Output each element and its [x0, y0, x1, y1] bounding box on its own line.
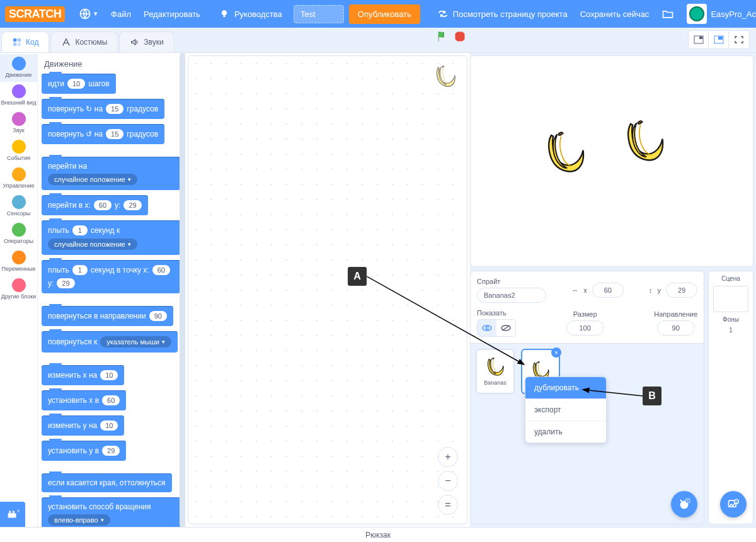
stop-button[interactable] — [454, 30, 466, 43]
category-sound[interactable]: Звук — [0, 110, 38, 137]
user-menu[interactable]: EasyPro_Academy ▼ — [680, 4, 756, 24]
globe-icon — [79, 8, 91, 20]
backpack-header[interactable]: Рюкзак — [0, 527, 756, 542]
mystuff-button[interactable] — [655, 0, 680, 28]
block-set-y[interactable]: установить y в29 — [42, 441, 126, 461]
fullscreen-button[interactable] — [729, 31, 749, 48]
block-glide-xy[interactable]: плыть1секунд в точку x:60y:29 — [42, 260, 180, 293]
show-button[interactable] — [478, 320, 496, 336]
add-backdrop-button[interactable]: + — [720, 491, 747, 517]
svg-text:+: + — [735, 500, 738, 504]
block-point-towards[interactable]: повернуться куказатель мыши — [42, 331, 178, 353]
category-operators[interactable]: Операторы — [0, 220, 38, 248]
context-export[interactable]: экспорт — [525, 399, 606, 421]
block-turn-cw[interactable]: повернуть ↻ на15градусов — [42, 99, 164, 119]
extension-icon: + — [6, 507, 20, 521]
annotation-a: A — [348, 267, 367, 286]
language-menu[interactable]: ▼ — [72, 0, 105, 28]
palette-header: Движение — [44, 59, 181, 69]
large-stage-button[interactable] — [709, 31, 729, 48]
visibility-toggle — [477, 319, 516, 337]
svg-rect-22 — [8, 513, 16, 517]
backdrops-label: Фоны — [723, 316, 739, 323]
tabs-row: Код Костюмы Звуки — [0, 28, 756, 53]
stage-sprite-bananas2[interactable] — [621, 119, 668, 167]
stage-selector-panel: Сцена Фоны 1 + — [708, 271, 753, 524]
category-myblocks[interactable]: Другие блоки — [0, 276, 38, 303]
tutorials-button[interactable]: Руководства — [212, 0, 289, 28]
workspace-sprite-thumb — [433, 65, 458, 90]
sprite-direction-input[interactable] — [657, 320, 695, 336]
context-delete[interactable]: удалить — [525, 421, 606, 443]
sprite-y-input[interactable] — [666, 283, 697, 298]
tab-costumes[interactable]: Костюмы — [50, 31, 118, 52]
delete-sprite-button[interactable]: × — [551, 347, 561, 358]
zoom-out-button[interactable]: − — [438, 471, 458, 491]
sprite-tile-bananas[interactable]: Bananas — [476, 349, 515, 394]
tab-sounds[interactable]: Звуки — [119, 31, 174, 52]
project-name-input[interactable] — [294, 5, 344, 23]
block-goto[interactable]: перейти наслучайное положение — [42, 157, 180, 190]
svg-point-1 — [222, 10, 227, 15]
add-sprite-button[interactable]: + — [671, 491, 697, 517]
svg-rect-5 — [13, 43, 16, 46]
category-events[interactable]: События — [0, 137, 38, 165]
publish-button[interactable]: Опубликовать — [349, 4, 420, 24]
block-bounce[interactable]: если касается края, оттолкнуться — [42, 473, 172, 492]
block-change-x[interactable]: изменить x на10 — [42, 365, 124, 385]
add-extension-button[interactable]: + — [0, 502, 25, 527]
arrows-icon — [437, 8, 449, 20]
svg-text:+: + — [16, 508, 20, 514]
sprite-name-input[interactable] — [477, 288, 546, 303]
code-icon — [12, 37, 22, 47]
sprite-label: Спрайт — [477, 278, 500, 285]
svg-text:+: + — [687, 499, 689, 503]
scratch-logo[interactable]: SCRATCH — [5, 5, 65, 23]
save-now-button[interactable]: Сохранить сейчас — [574, 0, 656, 28]
menubar: SCRATCH ▼ Файл Редактировать Руководства… — [0, 0, 756, 28]
stage-size-toggle — [688, 30, 750, 49]
green-flag-button[interactable] — [436, 30, 449, 43]
block-turn-ccw[interactable]: повернуть ↺ на15градусов — [42, 124, 164, 144]
zoom-reset-button[interactable]: = — [438, 495, 458, 515]
block-goto-xy[interactable]: перейти в x:60y:29 — [42, 195, 148, 215]
zoom-in-button[interactable]: + — [438, 447, 458, 467]
block-change-y[interactable]: изменить y на10 — [42, 415, 124, 436]
svg-rect-3 — [13, 38, 16, 42]
stage-sprite-bananas[interactable] — [541, 130, 589, 178]
svg-marker-7 — [455, 32, 465, 42]
category-motion[interactable]: Движение — [0, 54, 38, 82]
block-point-direction[interactable]: повернуться в направлении90 — [42, 306, 173, 326]
category-column: Движение Внешний вид Звук События Управл… — [0, 53, 38, 527]
block-glide-to[interactable]: плыть1секунд кслучайное положение — [42, 220, 180, 255]
svg-rect-23 — [9, 511, 11, 514]
svg-rect-6 — [18, 43, 21, 46]
fullscreen-icon — [734, 35, 744, 44]
context-duplicate[interactable]: дублировать — [525, 377, 606, 399]
eye-icon — [482, 324, 492, 332]
block-rotation-style[interactable]: установить способ вращениявлево-вправо — [42, 497, 180, 527]
category-variables[interactable]: Переменные — [0, 248, 38, 276]
small-stage-button[interactable] — [689, 31, 709, 48]
sprite-x-input[interactable] — [592, 283, 624, 298]
svg-rect-11 — [718, 37, 723, 40]
category-looks[interactable]: Внешний вид — [0, 82, 38, 110]
see-project-page-button[interactable]: Посмотреть страницу проекта — [430, 0, 574, 28]
hide-button[interactable] — [496, 320, 515, 336]
avatar — [687, 4, 707, 24]
file-menu[interactable]: Файл — [105, 0, 137, 28]
svg-rect-2 — [223, 16, 225, 18]
stage[interactable] — [470, 55, 753, 267]
block-set-x[interactable]: установить x в60 — [42, 390, 126, 410]
edit-menu[interactable]: Редактировать — [137, 0, 207, 28]
sprite-size-input[interactable] — [566, 320, 604, 336]
category-control[interactable]: Управление — [0, 165, 38, 193]
large-stage-icon — [714, 35, 724, 44]
block-move-steps[interactable]: идти10шагов — [42, 74, 116, 94]
category-sensing[interactable]: Сенсоры — [0, 193, 38, 220]
svg-rect-24 — [13, 511, 14, 514]
stage-thumbnail[interactable] — [713, 286, 748, 312]
code-workspace[interactable]: + − = — [188, 55, 467, 524]
tab-code[interactable]: Код — [1, 31, 49, 52]
backdrops-count: 1 — [729, 327, 733, 334]
